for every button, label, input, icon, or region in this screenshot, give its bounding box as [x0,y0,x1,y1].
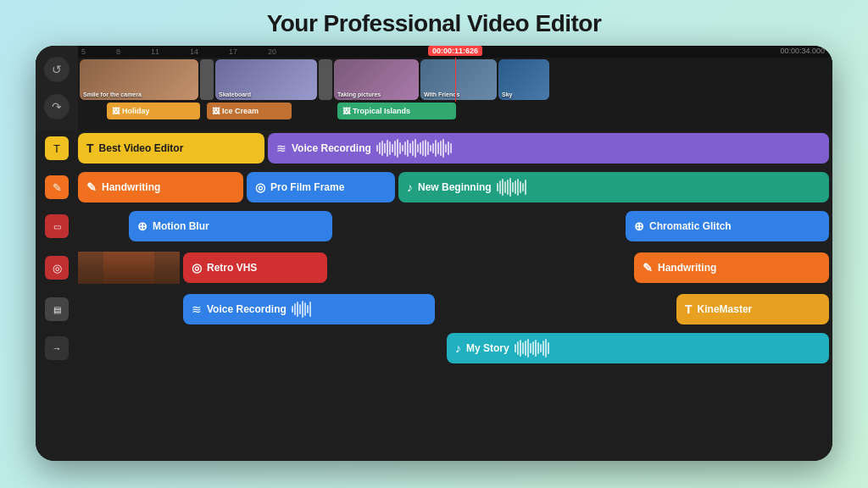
clip-divider [200,59,214,100]
track-side-5: ▤ [36,297,78,321]
page-title: Your Professional Video Editor [267,10,602,37]
track-row-3: ▭ ⊕ Motion Blur ⊕ Chromatic Glitch [36,208,832,244]
waveform-visual [376,138,821,158]
video-clip-smile[interactable]: Smile for the camera [80,59,198,100]
waveform-visual-4 [515,338,821,358]
best-video-editor-block[interactable]: T Best Video Editor [78,133,264,164]
glitch-icon: ⊕ [634,219,644,233]
voice-recording-block-2[interactable]: ≋ Voice Recording [183,294,435,324]
waveform-visual-2 [497,177,821,197]
music-icon: ♪ [407,180,413,194]
timeline-ruler: 5 8 11 14 17 20 00:00:11:626 00:00:34.00… [78,46,832,58]
text-icon: T [86,141,94,155]
effect-track-icon: ▭ [45,214,69,238]
block-label: Voice Recording [207,303,287,315]
sub-clip-label: Tropical Islands [353,107,410,115]
sub-clip-holiday[interactable]: 🖼 Holiday [107,103,200,119]
block-label: Handwriting [658,262,716,274]
sub-clip-label: Holiday [122,107,150,115]
current-time-indicator: 00:00:11:626 [428,46,482,56]
retro-vhs-block[interactable]: ◎ Retro VHS [183,252,327,283]
clip-label: With Friends [424,92,459,97]
video-clip-friends[interactable]: With Friends [420,59,497,100]
track-row-4: ◎ ◎ Retro VHS ✎ Handwriting [36,247,832,288]
handwriting-icon: ✎ [86,180,97,194]
track-side-3: ▭ [36,214,78,238]
chromatic-glitch-block[interactable]: ⊕ Chromatic Glitch [626,211,829,241]
track-content-1: T Best Video Editor ≋ Voice Recording [78,132,832,164]
music-icon-2: ♪ [455,341,461,355]
retro-icon: ◎ [192,261,202,274]
block-label: Chromatic Glitch [649,220,732,232]
block-label: Voice Recording [292,142,371,154]
menu-track-icon: ▤ [45,297,69,321]
left-controls: ↺ ↷ [36,46,78,130]
effect-icon: ⊕ [137,219,147,233]
block-label: Retro VHS [207,262,257,274]
video-clip-sky[interactable]: Sky [498,59,549,100]
block-label: Best Video Editor [99,142,184,154]
playhead [455,58,456,102]
handwriting-icon-2: ✎ [643,261,653,274]
bottom-video-thumb [78,252,180,284]
main-video-track: Smile for the camera Skateboard Taking p… [78,58,832,102]
handwriting-block-2[interactable]: ✎ Handwriting [634,252,829,283]
arrow-track-icon: → [45,336,69,360]
clip-label: Sky [502,92,512,97]
clip-label: Skateboard [219,92,251,97]
voice-recording-block-1[interactable]: ≋ Voice Recording [268,133,829,164]
track-content-2: ✎ Handwriting ◎ Pro Film Frame ♪ New Beg… [78,171,832,203]
track-side-2: ✎ [36,175,78,199]
block-label: KineMaster [698,303,753,315]
retro-track-icon: ◎ [45,256,69,280]
video-clip-skate[interactable]: Skateboard [215,59,317,100]
handwriting-block[interactable]: ✎ Handwriting [78,172,243,202]
device-frame: ↺ ↷ 5 8 11 14 17 20 00:00:11:626 00:00:3… [36,46,832,461]
redo-button[interactable]: ↷ [44,94,70,119]
clip-label: Taking pictures [337,92,381,97]
track-side-4: ◎ [36,256,78,280]
track-row-6: → ♪ My Story [36,330,832,366]
waveform-icon: ≋ [276,141,287,155]
tracks-area: T T Best Video Editor ≋ Voice Recording [36,130,832,461]
kinemaster-block[interactable]: T KineMaster [676,294,829,324]
sub-clip-icecream[interactable]: 🖼 Ice Cream [207,103,292,119]
sub-clip-label: Ice Cream [222,107,259,115]
video-placeholder [78,252,180,284]
new-beginning-block[interactable]: ♪ New Beginning [398,172,829,202]
film-icon: ◎ [255,180,265,194]
track-row-1: T T Best Video Editor ≋ Voice Recording [36,130,832,166]
timeline-tracks: 5 8 11 14 17 20 00:00:11:626 00:00:34.00… [78,46,832,130]
end-time-indicator: 00:00:34.000 [776,46,829,56]
clip-label: Smile for the camera [83,92,142,97]
track-side-1: T [36,136,78,160]
track-side-6: → [36,336,78,360]
sub-clip-tropical[interactable]: 🖼 Tropical Islands [337,103,456,119]
block-label: My Story [466,342,509,354]
track-row-5: ▤ ≋ Voice Recording T KineMaster [36,291,832,327]
motion-blur-block[interactable]: ⊕ Motion Blur [129,211,332,241]
clip-divider2 [319,59,332,100]
block-label: Handwriting [102,181,160,193]
waveform-visual-3 [292,299,426,319]
text-track-icon: T [45,136,69,160]
wave-icon-2: ≋ [192,302,202,316]
track-row-2: ✎ ✎ Handwriting ◎ Pro Film Frame ♪ New B… [36,169,832,205]
timeline-header: ↺ ↷ 5 8 11 14 17 20 00:00:11:626 00:00:3… [36,46,832,130]
kinemaster-icon: T [685,302,693,316]
undo-button[interactable]: ↺ [44,57,70,82]
block-label: New Beginning [418,181,492,193]
video-clip-photos[interactable]: Taking pictures [334,59,419,100]
track-content-6: ♪ My Story [78,332,832,364]
sub-clips-track: 🖼 Holiday 🖼 Ice Cream 🖼 Tropical Islands [78,102,832,120]
track-content-5: ≋ Voice Recording T KineMaster [78,293,832,325]
track-content-3: ⊕ Motion Blur ⊕ Chromatic Glitch [78,210,832,242]
handwriting-track-icon: ✎ [45,175,69,199]
track-content-4: ◎ Retro VHS ✎ Handwriting [78,252,832,284]
block-label: Motion Blur [153,220,209,232]
my-story-block[interactable]: ♪ My Story [447,333,829,363]
block-label: Pro Film Frame [270,181,344,193]
pro-film-frame-block[interactable]: ◎ Pro Film Frame [247,172,395,202]
